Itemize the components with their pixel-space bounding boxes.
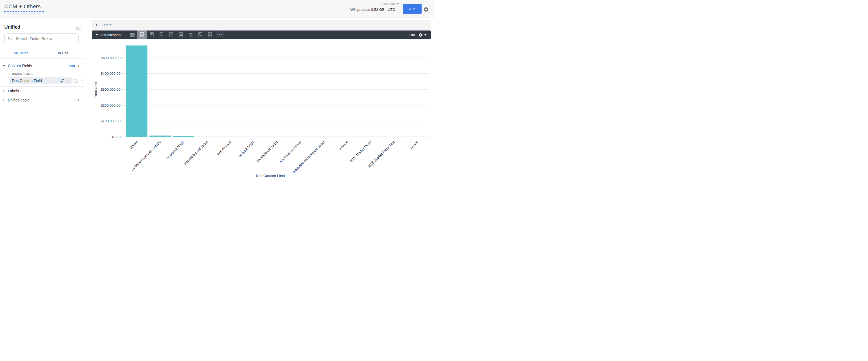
caret-collapsed-icon[interactable] bbox=[3, 90, 4, 92]
caret-expanded-icon bbox=[96, 34, 98, 36]
search-input[interactable] bbox=[15, 36, 75, 41]
svg-text:$0.00: $0.00 bbox=[112, 135, 121, 139]
dimensions-group-label: DIMENSIONS bbox=[12, 72, 33, 76]
viz-type-map-icon[interactable] bbox=[195, 30, 205, 39]
viz-type-line-icon[interactable] bbox=[166, 30, 176, 39]
svg-text:$100,000.00: $100,000.00 bbox=[101, 119, 121, 123]
process-info: Will process 9.52 GB · UTC bbox=[350, 7, 395, 11]
gear-icon bbox=[418, 33, 423, 37]
filter-icon[interactable] bbox=[66, 78, 71, 83]
tab-all-fields[interactable]: All Fields bbox=[0, 48, 42, 59]
settings-gear-icon[interactable] bbox=[423, 6, 429, 12]
caret-expanded-icon[interactable] bbox=[3, 65, 5, 67]
section-count-badge: 1 bbox=[78, 64, 80, 68]
svg-text:aws-ce: aws-ce bbox=[338, 140, 348, 150]
svg-text:$500,000.00: $500,000.00 bbox=[101, 56, 121, 60]
svg-text:Total Cost: Total Cost bbox=[94, 82, 98, 98]
visualization-toolbar: Visualization 6 Edit bbox=[92, 30, 431, 39]
timezone-selector[interactable]: Time Zone bbox=[381, 2, 399, 5]
search-fields-box bbox=[4, 33, 79, 43]
chevron-down-icon bbox=[397, 3, 399, 5]
svg-text:traceable-prod-setup: traceable-prod-setup bbox=[183, 140, 208, 165]
perspective-builder-page: CCM + Others Time Zone Will process 9.52… bbox=[0, 0, 434, 180]
field-label: Doc Custom Field bbox=[12, 79, 42, 83]
svg-text:ce-prod-274307: ce-prod-274307 bbox=[165, 140, 185, 160]
bar-chart: $0.00$100,000.00$200,000.00$300,000.00$4… bbox=[92, 39, 431, 180]
section-labels[interactable]: Labels bbox=[0, 87, 84, 95]
section-label: Unified Table bbox=[8, 98, 30, 102]
viz-type-picker: 6 bbox=[127, 30, 224, 39]
collapse-sidebar-button[interactable] bbox=[76, 25, 81, 30]
section-label: Labels bbox=[8, 89, 19, 93]
plus-icon: + bbox=[65, 64, 67, 68]
viz-type-scatter-icon[interactable] bbox=[157, 30, 166, 39]
section-label: Custom Fields bbox=[8, 64, 32, 68]
timezone-label: Time Zone bbox=[381, 2, 396, 5]
viz-type-area-icon[interactable] bbox=[176, 30, 186, 39]
run-button[interactable]: Run bbox=[403, 4, 422, 14]
visualization-expander[interactable]: Visualization bbox=[96, 30, 121, 39]
svg-text:$300,000.00: $300,000.00 bbox=[101, 87, 121, 91]
divider bbox=[0, 105, 84, 105]
section-unified-table[interactable]: Unified Table 1 bbox=[0, 95, 84, 105]
svg-text:ce-uat: ce-uat bbox=[409, 140, 419, 150]
svg-text:ce-qa-274307: ce-qa-274307 bbox=[237, 140, 255, 158]
kebab-menu-icon[interactable] bbox=[80, 78, 85, 83]
caret-collapsed-icon bbox=[96, 24, 98, 26]
viz-type-bar-icon[interactable] bbox=[147, 30, 157, 39]
visualization-label: Visualization bbox=[100, 33, 121, 37]
viz-type-table-icon[interactable] bbox=[127, 30, 137, 39]
info-icon[interactable] bbox=[73, 78, 78, 83]
more-viz-options-icon bbox=[216, 31, 224, 38]
fields-sidebar: Unified All Fields In Use Custom Fields … bbox=[0, 18, 84, 180]
viz-type-more-icon[interactable] bbox=[215, 30, 224, 39]
section-custom-fields[interactable]: Custom Fields + Add 1 bbox=[0, 63, 84, 68]
page-title[interactable]: CCM + Others bbox=[4, 3, 44, 12]
top-header: CCM + Others Time Zone Will process 9.52… bbox=[0, 0, 434, 18]
svg-text:$200,000.00: $200,000.00 bbox=[101, 103, 121, 107]
caret-collapsed-icon[interactable] bbox=[3, 99, 4, 101]
svg-text:Doc Custom Field: Doc Custom Field bbox=[256, 174, 285, 178]
section-count-badge: 1 bbox=[78, 98, 80, 102]
svg-text:6: 6 bbox=[209, 33, 211, 36]
search-icon bbox=[8, 36, 12, 41]
svg-text:AWS Market Place: AWS Market Place bbox=[348, 140, 372, 164]
tab-in-use[interactable]: In Use bbox=[42, 48, 84, 59]
svg-text:aws-ce-prod: aws-ce-prod bbox=[216, 140, 232, 156]
add-label: Add bbox=[68, 64, 75, 68]
viz-type-single_value-icon[interactable]: 6 bbox=[205, 30, 215, 39]
svg-text:AWS Market Place Test: AWS Market Place Test bbox=[367, 140, 396, 169]
viz-type-pie-icon[interactable] bbox=[186, 30, 195, 39]
pivot-icon[interactable] bbox=[59, 78, 64, 83]
viz-type-column-icon[interactable] bbox=[137, 30, 147, 39]
svg-text:traceable-qa-setup: traceable-qa-setup bbox=[255, 140, 279, 163]
svg-text:traceable-mirroring: traceable-mirroring bbox=[279, 140, 302, 164]
svg-text:Others: Others bbox=[128, 140, 138, 150]
edit-button[interactable]: Edit bbox=[409, 33, 415, 37]
sidebar-tabs: All Fields In Use bbox=[0, 48, 84, 59]
chevron-down-icon bbox=[424, 34, 427, 36]
viz-toolbar-actions: Edit bbox=[409, 30, 427, 39]
add-custom-field-button[interactable]: + Add bbox=[65, 64, 75, 68]
divider bbox=[0, 58, 84, 59]
filters-label: Filters bbox=[102, 23, 112, 27]
svg-text:$400,000.00: $400,000.00 bbox=[101, 72, 121, 76]
filters-expander[interactable]: Filters bbox=[92, 20, 431, 30]
sidebar-title: Unified bbox=[4, 24, 20, 30]
viz-settings-menu[interactable] bbox=[418, 33, 427, 37]
